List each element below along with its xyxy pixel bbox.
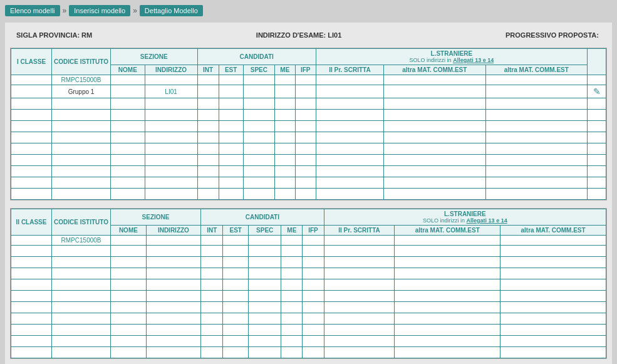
table-row [11,313,606,325]
th-int-1: INT [197,65,219,75]
td-int-val-1 [197,75,219,85]
td-int-g1 [197,85,219,98]
td-me-val-1 [275,75,295,85]
td-gruppo-1: Gruppo 1 [52,85,111,98]
td-altra2-g1 [485,85,587,98]
table-row [11,121,606,132]
th-candidati-1: CANDIDATI [197,49,316,65]
td-est-g1 [219,85,243,98]
table-row [11,347,606,358]
table-row [11,302,606,313]
td-nome-val-1 [111,75,145,85]
table-row [11,257,606,268]
table-section-2: II CLASSE CODICE ISTITUTO SEZIONE CANDID… [10,208,607,359]
th-est-2: EST [223,226,249,236]
td-empty-classe-1 [11,75,52,85]
th-ii-pr-2: II Pr. SCRITTA [324,226,395,236]
indirizzo-esame: INDIRIZZO D'ESAME: LI01 [256,31,341,39]
th-sezione-2: SEZIONE [111,209,201,226]
breadcrumb-elenco-modelli[interactable]: Elenco modelli [5,5,60,16]
th-ifp-2: IFP [303,226,324,236]
table-row [11,98,606,110]
th-lstraniere-1: L.STRANIERE SOLO indirizzi in Allegati 1… [316,49,587,65]
table-section-1: I CLASSE CODICE ISTITUTO SEZIONE CANDIDA… [10,48,607,200]
table-row [11,143,606,155]
td-indirizzo-val-1 [145,75,197,85]
header-info: SIGLA PROVINCIA: RM INDIRIZZO D'ESAME: L… [10,28,607,43]
td-codice-value-2: RMPC15000B [52,236,111,246]
th-codice-istituto-2: CODICE ISTITUTO [52,209,111,236]
td-ifp-g1 [295,85,316,98]
table-1: I CLASSE CODICE ISTITUTO SEZIONE CANDIDA… [11,48,606,200]
edit-icon-1[interactable]: ✎ [593,86,601,96]
td-edit-g1[interactable]: ✎ [588,85,606,98]
th-indirizzo-1: INDIRIZZO [145,65,197,75]
th-spec-2: SPEC [249,226,281,236]
breadcrumb-sep-1: » [63,6,67,15]
th-ifp-1: IFP [295,65,316,75]
breadcrumb: Elenco modelli » Inserisci modello » Det… [5,5,612,16]
table-row [11,166,606,177]
td-iipr-g1 [316,85,383,98]
table-row [11,246,606,257]
td-spec-g1 [243,85,274,98]
th-nome-2: NOME [111,226,147,236]
th-me-1: ME [275,65,295,75]
th-ii-classe: II CLASSE [11,209,52,236]
td-action-val-1 [588,75,606,85]
table-row [11,177,606,189]
td-empty-classe-2 [11,236,52,246]
table-row [11,132,606,143]
td-codice-value-1: RMPC15000B [52,75,111,85]
th-sezione-1: SEZIONE [111,49,198,65]
table-row [11,155,606,166]
table-row [11,325,606,336]
th-i-classe: I CLASSE [11,49,52,75]
table-row [11,110,606,121]
table-row: Gruppo 1 LI01 ✎ [11,85,606,98]
th-est-1: EST [219,65,243,75]
th-altra1-2: altra MAT. COMM.EST [395,226,500,236]
th-spec-1: SPEC [243,65,274,75]
th-me-2: ME [281,226,303,236]
breadcrumb-inserisci-modello[interactable]: Inserisci modello [69,5,130,16]
th-altra2-2: altra MAT. COMM.EST [500,226,606,236]
breadcrumb-sep-2: » [133,6,137,15]
th-indirizzo-2: INDIRIZZO [146,226,200,236]
table-2: II CLASSE CODICE ISTITUTO SEZIONE CANDID… [11,209,606,358]
td-classe-g1 [11,85,52,98]
th-altra2-1: altra MAT. COMM.EST [485,65,587,75]
progressivo-proposta: PROGRESSIVO PROPOSTA: [506,31,601,39]
td-iipr-val-1 [316,75,383,85]
td-altra1-val-1 [384,75,485,85]
breadcrumb-dettaglio-modello[interactable]: Dettaglio Modello [140,5,203,16]
table-row [11,336,606,347]
td-me-g1 [275,85,295,98]
th-action-1 [588,49,606,75]
sigla-provincia: SIGLA PROVINCIA: RM [16,31,92,39]
th-nome-1: NOME [111,65,145,75]
table-row [11,268,606,279]
td-ifp-val-1 [295,75,316,85]
th-codice-istituto-1: CODICE ISTITUTO [52,49,111,75]
td-altra2-val-1 [485,75,587,85]
th-candidati-2: CANDIDATI [201,209,324,226]
td-est-val-1 [219,75,243,85]
table-row [11,291,606,302]
th-altra1-1: altra MAT. COMM.EST [384,65,485,75]
th-lstraniere-2: L.STRANIERE SOLO indirizzi in Allegati 1… [324,209,606,226]
th-int-2: INT [201,226,223,236]
table-row [11,279,606,291]
th-ii-pr-1: II Pr. SCRITTA [316,65,383,75]
td-altra1-g1 [384,85,485,98]
td-nome-g1 [111,85,145,98]
td-ind-g1: LI01 [145,85,197,98]
table-row [11,189,606,200]
content-area: SIGLA PROVINCIA: RM INDIRIZZO D'ESAME: L… [5,23,612,364]
td-spec-val-1 [243,75,274,85]
